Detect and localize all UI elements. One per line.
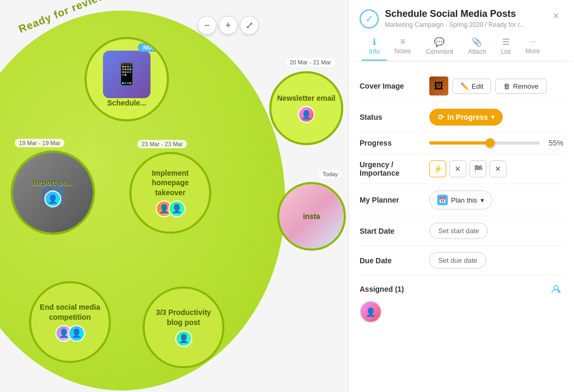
close-button[interactable]: × — [549, 8, 563, 23]
avatar-report: 👤 — [44, 190, 61, 207]
status-field-value: ⟳ In Progress ▾ — [429, 109, 563, 126]
status-chevron-icon: ▾ — [491, 113, 494, 121]
my-planner-row: My Planner 📅 Plan this ▾ — [360, 184, 563, 216]
cover-edit-label: Edit — [472, 82, 483, 90]
panel-title-block: Schedule Social Media Posts Marketing Ca… — [385, 8, 542, 28]
progress-percent: 55% — [545, 139, 563, 147]
due-date-row: Due Date Set due date — [360, 246, 563, 275]
comment-tab-icon: 💬 — [434, 37, 445, 47]
date-implement: 23 Mar - 23 Mar — [137, 140, 187, 148]
tab-attach[interactable]: 📎 Attach — [460, 33, 493, 61]
urgency-field-label: Urgency / Importance — [360, 160, 423, 177]
status-row: Status ⟳ In Progress ▾ — [360, 102, 563, 132]
importance-label: Importance — [360, 169, 423, 177]
my-planner-field-value: 📅 Plan this ▾ — [429, 190, 563, 209]
task-circle-insta[interactable]: insta — [277, 182, 346, 251]
status-button[interactable]: ⟳ In Progress ▾ — [429, 109, 503, 126]
importance-x-button[interactable]: ✕ — [490, 160, 506, 177]
zoom-in-button[interactable]: + — [219, 16, 238, 35]
progress-row: Progress 55% — [360, 132, 563, 154]
phone-image — [103, 51, 150, 98]
progress-slider[interactable] — [429, 141, 540, 145]
tab-notes[interactable]: ≡ Notes — [387, 33, 418, 61]
task-label-newsletter: Newsletter email — [272, 93, 341, 103]
status-icon: ⟳ — [438, 113, 444, 121]
now-badge: NOW — [138, 43, 163, 52]
start-date-field-label: Start Date — [360, 227, 423, 235]
task-label-report: Report on... — [27, 178, 79, 187]
panel-title: Schedule Social Media Posts — [385, 8, 542, 20]
tab-list-label: List — [501, 48, 511, 55]
assigned-label: Assigned (1) — [360, 285, 404, 293]
tab-comment[interactable]: 💬 Comment — [418, 33, 460, 61]
plan-this-button[interactable]: 📅 Plan this ▾ — [429, 190, 492, 209]
mindmap-area: Ready for review − + ⤢ Schedule... NOW 2… — [0, 0, 349, 392]
flag-icon-button[interactable]: 🏁 — [469, 160, 486, 177]
progress-fill — [429, 141, 490, 145]
edit-icon: ✏️ — [460, 82, 469, 90]
tab-info[interactable]: ℹ Info — [362, 33, 387, 61]
check-icon[interactable]: ✓ — [360, 9, 379, 28]
plan-chevron-icon: ▾ — [481, 196, 484, 204]
task-label-productivity: 3/3 Productivity blog post — [145, 308, 222, 327]
avatar-group-productivity: 👤 — [175, 330, 192, 347]
urgency-label: Urgency / — [360, 160, 423, 169]
more-tab-icon: ··· — [529, 37, 536, 46]
lightning-icon-button[interactable]: ⚡ — [429, 160, 446, 177]
zoom-fullscreen-button[interactable]: ⤢ — [240, 16, 259, 35]
task-circle-implement[interactable]: Implement homepage takeover 👤 👤 — [129, 152, 211, 234]
progress-field-label: Progress — [360, 139, 423, 147]
tab-more-label: More — [525, 47, 540, 55]
planner-icon: 📅 — [437, 195, 448, 205]
progress-container: 55% — [429, 139, 563, 147]
avatar-end-social-2: 👤 — [68, 325, 85, 342]
task-circle-productivity[interactable]: 3/3 Productivity blog post 👤 — [143, 286, 224, 368]
detail-panel: ✓ Schedule Social Media Posts Marketing … — [349, 0, 574, 392]
cover-remove-button[interactable]: 🗑 Remove — [495, 79, 546, 94]
info-tab-icon: ℹ — [373, 37, 376, 47]
notes-tab-icon: ≡ — [400, 37, 405, 46]
task-circle-newsletter[interactable]: Newsletter email 👤 — [269, 71, 343, 145]
status-value: In Progress — [447, 113, 488, 121]
urgency-x-button[interactable]: ✕ — [449, 160, 466, 177]
progress-field-value: 55% — [429, 139, 563, 147]
trash-icon: 🗑 — [503, 82, 510, 90]
add-person-icon — [551, 284, 561, 294]
task-circle-schedule[interactable]: Schedule... NOW — [84, 37, 169, 121]
status-field-label: Status — [360, 113, 423, 121]
my-planner-field-label: My Planner — [360, 196, 423, 204]
start-date-button[interactable]: Set start date — [429, 223, 488, 239]
start-date-row: Start Date Set start date — [360, 216, 563, 246]
cover-image-field-value: 🖼 ✏️ Edit 🗑 Remove — [429, 77, 563, 95]
progress-track — [429, 141, 540, 145]
date-insta: Today — [318, 170, 342, 178]
tab-list[interactable]: ☰ List — [493, 33, 518, 61]
panel-subtitle: Marketing Campaign - Spring 2020 / Ready… — [385, 21, 542, 28]
task-circle-end-social[interactable]: End social media competition 👤 👤 — [29, 281, 111, 363]
plan-this-label: Plan this — [451, 196, 477, 204]
avatar-implement-2: 👤 — [168, 200, 185, 217]
cover-thumbnail: 🖼 — [429, 77, 448, 95]
progress-thumb[interactable] — [485, 138, 495, 148]
cover-image-field-label: Cover Image — [360, 82, 423, 90]
tab-notes-label: Notes — [394, 47, 411, 55]
urgency-row: Urgency / Importance ⚡ ✕ 🏁 ✕ — [360, 154, 563, 184]
avatar-group-implement: 👤 👤 — [156, 200, 185, 217]
urgency-field-value: ⚡ ✕ 🏁 ✕ — [429, 160, 563, 177]
task-label-insta: insta — [298, 212, 326, 221]
panel-header: ✓ Schedule Social Media Posts Marketing … — [349, 0, 574, 62]
cover-image-row: Cover Image 🖼 ✏️ Edit 🗑 Remove — [360, 70, 563, 102]
cover-edit-button[interactable]: ✏️ Edit — [453, 79, 491, 94]
tab-more[interactable]: ··· More — [518, 33, 547, 61]
date-newsletter: 20 Mar - 21 Mar — [286, 58, 335, 66]
urgency-icons: ⚡ ✕ 🏁 ✕ — [429, 160, 506, 177]
due-date-field-label: Due Date — [360, 256, 423, 265]
svg-point-0 — [554, 285, 558, 290]
add-assignee-button[interactable] — [549, 282, 563, 297]
task-circle-report[interactable]: 👥 Report on... 👤 — [11, 150, 95, 235]
due-date-button[interactable]: Set due date — [429, 252, 486, 269]
task-label-implement: Implement homepage takeover — [131, 168, 209, 197]
avatar-group-end-social: 👤 👤 — [55, 325, 85, 342]
zoom-out-button[interactable]: − — [197, 16, 217, 35]
assigned-avatar-1[interactable]: 👤 — [360, 301, 382, 323]
